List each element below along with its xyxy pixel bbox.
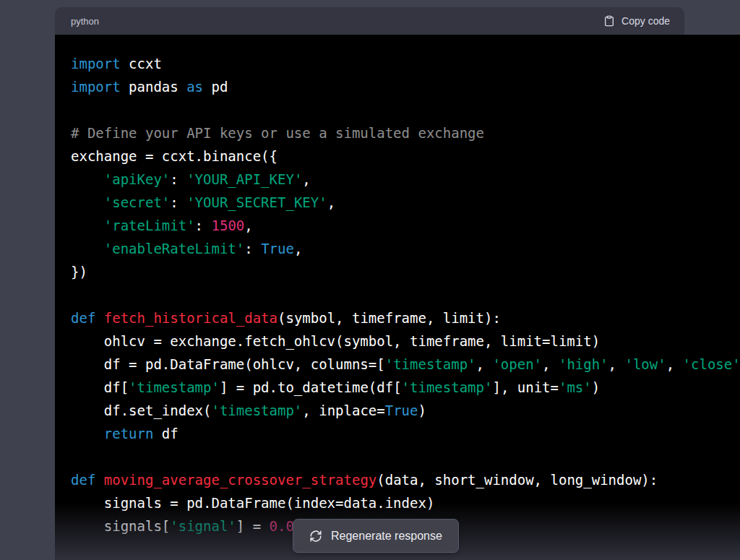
code-token [71,194,104,210]
code-token: 'timestamp' [402,379,493,395]
code-token: 'close' [683,356,740,372]
code-line: df.set_index('timestamp', inplace=True) [71,399,740,422]
code-token: return [104,426,154,441]
code-token: 0.0 [270,518,294,534]
code-token [71,171,104,187]
code-token: 'timestamp' [129,379,220,395]
clipboard-icon [603,15,615,27]
code-token: 'apiKey' [104,171,171,187]
code-token: ) [592,379,600,395]
copy-code-button[interactable]: Copy code [599,14,674,27]
code-token: : [195,217,212,233]
code-token: 'YOUR_SECRET_KEY' [186,194,327,210]
code-line: ohlcv = exchange.fetch_ohlcv(symbol, tim… [71,329,740,353]
code-block-body: import ccxtimport pandas as pd# Define y… [55,35,740,560]
code-token: ] = pd.to_datetime(df[ [220,379,402,395]
code-line: 'apiKey': 'YOUR_API_KEY', [71,168,740,191]
code-token [71,241,104,257]
code-block-header: python Copy code [55,7,684,35]
code-line: 'enableRateLimit': True, [71,237,740,260]
code-token: def [71,472,95,488]
code-token: 'enableRateLimit' [104,241,244,257]
code-token: , [542,356,559,372]
code-token: import [71,56,121,72]
code-token: pd [203,79,228,95]
code-token: : [170,171,186,187]
code-token: , [608,356,625,372]
code-token: , [294,241,302,257]
code-line [71,283,740,306]
code-token: True [385,402,418,418]
code-token: , [476,356,493,372]
code-token [71,426,104,441]
chat-background: python Copy code import ccxtimport panda… [0,0,740,560]
code-line: exchange = ccxt.binance({ [71,145,740,168]
code-line: 'secret': 'YOUR_SECRET_KEY', [71,191,740,214]
code-token: 'rateLimit' [104,217,195,233]
code-line: def moving_average_crossover_strategy(da… [71,468,740,491]
code-token: 'YOUR_API_KEY' [186,171,302,187]
code-token: : [170,194,186,210]
code-token: 'ms' [559,379,592,395]
code-token: as [186,79,203,95]
code-token: 'signal' [170,518,236,534]
code-language-label: python [71,16,99,27]
code-token: 'high' [559,356,608,372]
code-line: }) [71,260,740,283]
code-token: ccxt [121,56,162,72]
code-token: }) [71,264,87,280]
code-token: ], unit= [492,379,559,395]
code-token: , [244,217,252,233]
code-line: signals = pd.DataFrame(index=data.index) [71,491,740,514]
code-token: , [327,194,335,210]
copy-code-label: Copy code [621,15,670,27]
regenerate-label: Regenerate response [331,530,442,543]
code-line: 'rateLimit': 1500, [71,214,740,237]
code-line: return df [71,422,740,445]
code-line [71,98,740,121]
code-token: pandas [121,79,187,95]
code-line: df = pd.DataFrame(ohlcv, columns=['times… [71,353,740,376]
code-token: fetch_historical_data [104,310,278,326]
code-token: import [71,79,121,95]
code-line: # Define your API keys or use a simulate… [71,121,740,145]
code-line: def fetch_historical_data(symbol, timefr… [71,306,740,329]
code-line: import pandas as pd [71,75,740,98]
code-token: moving_average_crossover_strategy [104,472,377,488]
code-token: df = pd.DataFrame(ohlcv, columns=[ [71,356,385,372]
code-token: (data, short_window, long_window): [377,472,658,488]
code-line: df['timestamp'] = pd.to_datetime(df['tim… [71,376,740,399]
code-token: df[ [71,379,129,395]
code-token: True [261,241,294,257]
code-line [71,445,740,468]
code-token: 'secret' [104,194,171,210]
code-line: import ccxt [71,52,740,75]
code-token: signals = pd.DataFrame(index=data.index) [71,495,434,511]
code-token: 'timestamp' [211,402,302,418]
code-token: 'open' [492,356,542,372]
code-token: 1500 [212,217,245,233]
code-token: signals[ [71,518,170,534]
code-token: : [244,241,261,257]
code-token: 'timestamp' [385,356,476,372]
code-token [95,310,103,326]
code-token: ] = [236,518,270,534]
code-token [71,217,104,233]
regenerate-icon [309,530,322,543]
code-token: ) [418,402,426,418]
code-token: (symbol, timeframe, limit): [278,310,501,326]
code-token: exchange = ccxt.binance({ [71,148,278,164]
code-token [95,472,103,488]
code-token: # Define your API keys or use a simulate… [71,125,484,141]
code-token: def [71,310,95,326]
code-token: ohlcv = exchange.fetch_ohlcv(symbol, tim… [71,333,600,349]
code-token: , [302,171,310,187]
code-token: , [666,356,683,372]
code-lines: import ccxtimport pandas as pd# Define y… [71,52,740,538]
code-token: df [153,426,178,441]
code-token: , inplace= [302,402,384,418]
code-token: df.set_index( [71,402,211,418]
code-token: 'low' [624,356,666,372]
regenerate-response-button[interactable]: Regenerate response [293,519,459,553]
